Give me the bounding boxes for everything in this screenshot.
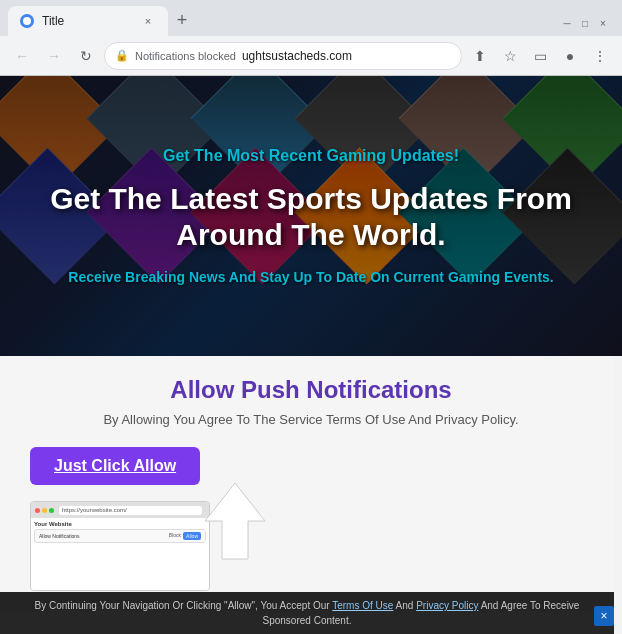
- mini-dot-red: [35, 508, 40, 513]
- new-tab-button[interactable]: +: [168, 6, 196, 34]
- mini-browser-bar: https://yourwebsite.com/: [31, 502, 209, 518]
- mini-dot-green: [49, 508, 54, 513]
- mini-notification-text: Allow Notifications: [39, 533, 80, 539]
- tab-strip: Title × +: [8, 6, 560, 36]
- footer-close-button[interactable]: ×: [594, 606, 614, 626]
- allow-push-subtitle: By Allowing You Agree To The Service Ter…: [30, 412, 592, 427]
- share-button[interactable]: ⬆: [466, 42, 494, 70]
- hero-overlay: Get The Most Recent Gaming Updates! Get …: [0, 76, 622, 356]
- arrow-container: [200, 481, 270, 561]
- close-button[interactable]: ×: [596, 16, 610, 30]
- menu-button[interactable]: ⋮: [586, 42, 614, 70]
- hero-sub-desc: Receive Breaking News And Stay Up To Dat…: [68, 269, 553, 285]
- window-controls: ─ □ ×: [560, 16, 614, 30]
- hero-sub-title: Get The Most Recent Gaming Updates!: [163, 147, 459, 165]
- toolbar-actions: ⬆ ☆ ▭ ● ⋮: [466, 42, 614, 70]
- mini-allow-btn[interactable]: Allow: [183, 532, 201, 540]
- footer-and: And: [396, 600, 414, 611]
- footer-text: By Continuing Your Navigation Or Clickin…: [35, 600, 330, 611]
- mini-notification-bar: Allow Notifications Block Allow: [34, 529, 206, 543]
- mini-url-bar: https://yourwebsite.com/: [59, 506, 202, 515]
- tab-close-button[interactable]: ×: [140, 13, 156, 29]
- chrome-frame: Title × + ─ □ × ← → ↻ 🔒 Notifications bl…: [0, 0, 622, 634]
- tab-favicon: [20, 14, 34, 28]
- mini-browser-area: https://yourwebsite.com/ Your Website Al…: [30, 501, 592, 591]
- mini-dot-yellow: [42, 508, 47, 513]
- privacy-link[interactable]: Privacy Policy: [416, 600, 478, 611]
- maximize-button[interactable]: □: [578, 16, 592, 30]
- lock-icon: 🔒: [115, 49, 129, 62]
- tab-title: Title: [42, 14, 132, 28]
- reload-button[interactable]: ↻: [72, 42, 100, 70]
- allow-push-title: Allow Push Notifications: [30, 376, 592, 404]
- just-click-allow-button[interactable]: Just Click Allow: [30, 447, 200, 485]
- notification-blocked-label: Notifications blocked: [135, 50, 236, 62]
- bookmark-button[interactable]: ☆: [496, 42, 524, 70]
- toolbar: ← → ↻ 🔒 Notifications blocked ughtsustac…: [0, 36, 622, 76]
- hero-main-title: Get The Latest Sports Updates From Aroun…: [20, 181, 602, 253]
- terms-link[interactable]: Terms Of Use: [332, 600, 393, 611]
- page-body: Allow Push Notifications By Allowing You…: [0, 356, 622, 611]
- url-display: ughtsustacheds.com: [242, 49, 451, 63]
- mini-notification-actions: Block Allow: [169, 532, 201, 540]
- up-arrow-icon: [200, 481, 270, 561]
- mini-url-text: https://yourwebsite.com/: [62, 507, 127, 513]
- mini-browser-content: Your Website Allow Notifications Block A…: [31, 518, 209, 590]
- mini-site-label: Your Website: [34, 521, 206, 527]
- forward-button[interactable]: →: [40, 42, 68, 70]
- minimize-button[interactable]: ─: [560, 16, 574, 30]
- svg-point-0: [23, 17, 31, 25]
- hero-banner: Get The Most Recent Gaming Updates! Get …: [0, 76, 622, 356]
- profile-button[interactable]: ●: [556, 42, 584, 70]
- active-tab[interactable]: Title ×: [8, 6, 168, 36]
- omnibox[interactable]: 🔒 Notifications blocked ughtsustacheds.c…: [104, 42, 462, 70]
- footer-bar: By Continuing Your Navigation Or Clickin…: [0, 592, 614, 634]
- cast-button[interactable]: ▭: [526, 42, 554, 70]
- svg-marker-1: [205, 483, 265, 559]
- title-bar: Title × + ─ □ ×: [0, 0, 622, 36]
- page-content: Get The Most Recent Gaming Updates! Get …: [0, 76, 622, 634]
- mini-browser-screenshot: https://yourwebsite.com/ Your Website Al…: [30, 501, 210, 591]
- back-button[interactable]: ←: [8, 42, 36, 70]
- mini-block-btn[interactable]: Block: [169, 532, 181, 540]
